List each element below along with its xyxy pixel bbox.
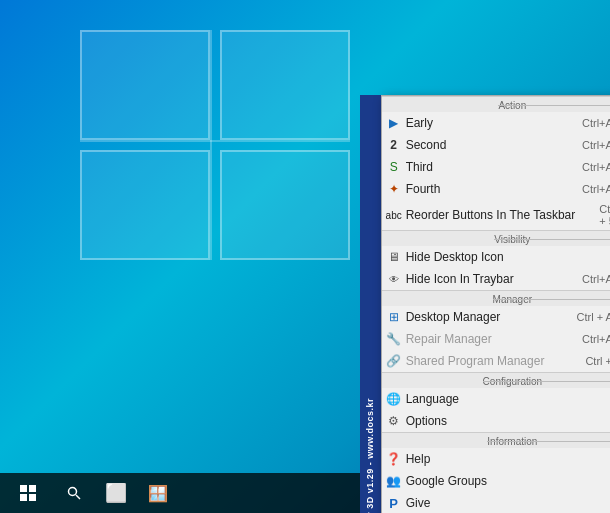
section-action: Action [382,96,610,112]
hide-tray-shortcut: Ctrl+Alt + 6 [582,273,610,285]
reorder-label: Reorder Buttons In The Taskbar [406,208,576,222]
brand-bar: Shock 4Way 3D v1.29 - www.docs.kr [360,95,381,513]
reorder-shortcut: Ctrl+Alt + 5 [599,203,610,227]
menu-item-options[interactable]: ⚙ Options [382,410,610,432]
menu-item-language[interactable]: 🌐 Language [382,388,610,410]
win-pane-2 [220,30,350,140]
third-shortcut: Ctrl+Alt + 3 [582,161,610,173]
language-label: Language [406,392,610,406]
svg-rect-1 [29,485,36,492]
give-label: Give [406,496,610,510]
third-label: Third [406,160,558,174]
menu-item-second[interactable]: 2 Second Ctrl+Alt + 2 [382,134,610,156]
svg-rect-2 [20,494,27,501]
fourth-shortcut: Ctrl+Alt + 4 [582,183,610,195]
section-manager: Manager [382,290,610,306]
hide-desktop-label: Hide Desktop Icon [406,250,610,264]
early-label: Early [406,116,558,130]
desktop-manager-label: Desktop Manager [406,310,553,324]
win-pane-3 [80,150,210,260]
section-configuration: Configuration [382,372,610,388]
shared-manager-icon: 🔗 [386,353,402,369]
second-shortcut: Ctrl+Alt + 2 [582,139,610,151]
menu-item-hide-tray[interactable]: 👁 Hide Icon In Traybar Ctrl+Alt + 6 [382,268,610,290]
repair-manager-icon: 🔧 [386,331,402,347]
google-groups-icon: 👥 [386,473,402,489]
menu-item-early[interactable]: ▶ Early Ctrl+Alt + 1 [382,112,610,134]
win-pane-1 [80,30,210,140]
section-information: Information [382,432,610,448]
help-label: Help [406,452,610,466]
menu-item-hide-desktop[interactable]: 🖥 Hide Desktop Icon [382,246,610,268]
menu-item-give[interactable]: P Give [382,492,610,513]
help-icon: ❓ [386,451,402,467]
menu-item-desktop-manager[interactable]: ⊞ Desktop Manager Ctrl + Alt + 7 [382,306,610,328]
section-visibility: Visibility [382,230,610,246]
win-divider-v [210,30,212,260]
give-icon: P [386,495,402,511]
menu-item-google-groups[interactable]: 👥 Google Groups [382,470,610,492]
win-divider-h [80,140,350,142]
desktop-manager-icon: ⊞ [386,309,402,325]
svg-point-4 [69,488,77,496]
svg-rect-3 [29,494,36,501]
third-icon: S [386,159,402,175]
second-label: Second [406,138,558,152]
svg-rect-0 [20,485,27,492]
google-groups-label: Google Groups [406,474,610,488]
start-button[interactable] [4,473,52,513]
options-label: Options [406,414,610,428]
desktop-manager-shortcut: Ctrl + Alt + 7 [577,311,611,323]
early-icon: ▶ [386,115,402,131]
menu-item-third[interactable]: S Third Ctrl+Alt + 3 [382,156,610,178]
fourth-icon: ✦ [386,181,402,197]
brand-text: Shock 4Way 3D v1.29 - www.docs.kr [365,398,375,513]
fourth-label: Fourth [406,182,558,196]
menu-item-repair-manager[interactable]: 🔧 Repair Manager Ctrl+Alt + 8 [382,328,610,350]
desktop: Shock 4Way 3D v1.29 - www.docs.kr Action… [0,0,610,513]
menu-item-reorder[interactable]: abc Reorder Buttons In The Taskbar Ctrl+… [382,200,610,230]
context-menu: Action ▶ Early Ctrl+Alt + 1 2 Second Ctr… [381,95,610,513]
options-icon: ⚙ [386,413,402,429]
shared-manager-shortcut: Ctrl + Alt-9 [585,355,610,367]
early-shortcut: Ctrl+Alt + 1 [582,117,610,129]
repair-manager-label: Repair Manager [406,332,558,346]
task-view-button[interactable]: ⬜ [96,473,136,513]
taskbar-app-icon[interactable]: 🪟 [138,473,178,513]
menu-item-help[interactable]: ❓ Help [382,448,610,470]
shared-manager-label: Shared Program Manager [406,354,562,368]
menu-item-fourth[interactable]: ✦ Fourth Ctrl+Alt + 4 [382,178,610,200]
menu-item-shared-manager[interactable]: 🔗 Shared Program Manager Ctrl + Alt-9 [382,350,610,372]
language-icon: 🌐 [386,391,402,407]
search-button[interactable] [54,473,94,513]
taskbar-left: ⬜ 🪟 [4,473,178,513]
context-menu-wrapper: Shock 4Way 3D v1.29 - www.docs.kr Action… [360,95,610,513]
repair-manager-shortcut: Ctrl+Alt + 8 [582,333,610,345]
hide-tray-icon: 👁 [386,271,402,287]
svg-line-5 [76,495,80,499]
hide-desktop-icon: 🖥 [386,249,402,265]
win-pane-4 [220,150,350,260]
second-icon: 2 [386,137,402,153]
hide-tray-label: Hide Icon In Traybar [406,272,558,286]
reorder-icon: abc [386,207,402,223]
